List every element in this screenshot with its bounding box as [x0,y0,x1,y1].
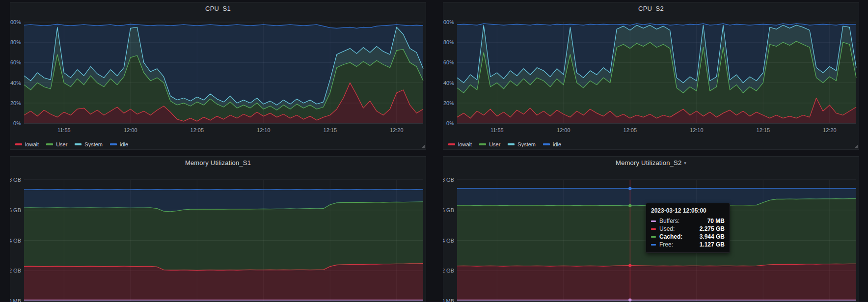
legend-label: User [489,141,500,147]
panel-cpu-s1: CPU_S1 0%20%40%60%80%100%11:5512:0012:05… [10,2,426,150]
tooltip-timestamp: 2023-03-12 12:05:00 [651,207,725,214]
legend-item-system[interactable]: System [508,141,536,147]
tooltip-series-label: Cached: [659,233,682,240]
panel-title[interactable]: CPU_S1 [205,5,231,12]
panel-resize-handle[interactable] [421,145,425,148]
svg-text:11:55: 11:55 [57,127,71,133]
svg-text:12:00: 12:00 [557,127,570,133]
tooltip-series-label: Used: [659,225,675,232]
legend-item-lowait[interactable]: lowait [15,141,39,147]
tooltip-series-value: 2.275 GB [695,225,725,232]
tooltip-series-value: 1.127 GB [695,241,725,248]
chevron-down-icon[interactable]: ▾ [684,161,686,165]
legend-cpu-s1: lowaitUserSystemidle [15,141,128,147]
svg-text:2 GB: 2 GB [10,268,21,274]
svg-text:20%: 20% [10,100,21,106]
panel-header-memory-s2[interactable]: Memory Utilization_S2 ▾ [443,157,859,168]
legend-cpu-s2: lowaitUserSystemidle [448,141,561,147]
panel-title[interactable]: Memory Utilization_S2 [616,159,681,166]
svg-text:40%: 40% [10,80,21,86]
legend-label: idle [120,141,128,147]
tooltip-row-free: Free:1.127 GB [651,241,725,248]
legend-swatch-icon [46,143,53,145]
svg-text:60%: 60% [443,59,454,65]
svg-text:0 MB: 0 MB [10,298,21,302]
tooltip-series-value: 3.944 GB [695,233,725,240]
tooltip-series-label: Free: [659,241,673,248]
legend-label: lowait [458,141,472,147]
hover-marker-used [628,264,631,267]
svg-text:12:10: 12:10 [690,127,704,133]
panel-resize-handle[interactable] [854,145,858,148]
panel-title[interactable]: Memory Utilization_S1 [185,159,251,166]
svg-text:11:55: 11:55 [490,127,504,133]
svg-text:0%: 0% [446,120,454,126]
grafana-dashboard: { "page": {"background": "#111217", "pan… [0,0,868,302]
svg-text:4 GB: 4 GB [443,238,454,244]
svg-text:12:00: 12:00 [124,127,137,133]
panel-memory-s1: Memory Utilization_S1 0 MB2 GB4 GB6 GB8 … [10,156,426,302]
svg-text:12:05: 12:05 [624,127,637,133]
svg-text:40%: 40% [443,80,454,86]
panel-header-memory-s1[interactable]: Memory Utilization_S1 [10,157,426,168]
svg-text:12:15: 12:15 [757,127,770,133]
hover-marker-cached [628,204,631,207]
legend-label: lowait [25,141,39,147]
legend-swatch-icon [75,143,81,145]
legend-label: System [84,141,103,147]
legend-swatch-icon [448,143,455,145]
legend-item-lowait[interactable]: lowait [448,141,472,147]
tooltip-row-used: Used:2.275 GB [651,225,725,233]
svg-text:8 GB: 8 GB [443,177,454,183]
memory-s1-time-series-chart[interactable]: 0 MB2 GB4 GB6 GB8 GB [10,157,426,302]
legend-item-system[interactable]: System [75,141,103,147]
svg-text:12:20: 12:20 [390,127,404,133]
chart-tooltip: 2023-03-12 12:05:00 Buffers:70 MBUsed:2.… [646,203,730,253]
legend-swatch-icon [543,143,550,145]
svg-text:12:10: 12:10 [257,127,271,133]
svg-text:12:15: 12:15 [324,127,337,133]
svg-text:12:20: 12:20 [823,127,837,133]
panel-title[interactable]: CPU_S2 [638,5,664,12]
legend-label: System [517,141,536,147]
svg-text:80%: 80% [10,39,21,45]
tooltip-row-cached: Cached:3.944 GB [651,233,725,241]
legend-label: idle [553,141,561,147]
tooltip-series-swatch-icon [651,236,656,238]
svg-text:6 GB: 6 GB [443,207,454,213]
legend-swatch-icon [15,143,22,145]
hover-marker-buffers [628,299,631,302]
svg-text:4 GB: 4 GB [10,238,21,244]
tooltip-series-swatch-icon [651,228,656,230]
legend-item-user[interactable]: User [479,141,500,147]
svg-text:8 GB: 8 GB [10,177,21,183]
tooltip-series-value: 70 MB [703,218,725,224]
svg-text:0 MB: 0 MB [443,298,454,302]
svg-text:2 GB: 2 GB [443,268,454,274]
panel-header-cpu-s2[interactable]: CPU_S2 [443,2,859,14]
svg-text:20%: 20% [443,100,454,106]
panel-header-cpu-s1[interactable]: CPU_S1 [10,2,426,14]
legend-item-idle[interactable]: idle [543,141,561,147]
tooltip-series-label: Buffers: [659,218,679,224]
legend-label: User [56,141,67,147]
tooltip-row-buffers: Buffers:70 MB [651,217,725,225]
svg-text:60%: 60% [10,59,21,65]
tooltip-series-swatch-icon [651,220,656,222]
tooltip-series-swatch-icon [651,244,656,246]
legend-swatch-icon [110,143,117,145]
legend-swatch-icon [508,143,515,145]
legend-item-idle[interactable]: idle [110,141,128,147]
svg-text:12:05: 12:05 [190,127,204,133]
panel-cpu-s2: CPU_S2 0%20%40%60%80%100%11:5512:0012:05… [443,2,859,150]
cpu-s2-time-series-chart[interactable]: 0%20%40%60%80%100%11:5512:0012:0512:1012… [443,2,859,149]
svg-text:100%: 100% [443,19,454,25]
legend-item-user[interactable]: User [46,141,67,147]
svg-text:0%: 0% [13,120,21,126]
svg-text:6 GB: 6 GB [10,207,21,213]
svg-text:80%: 80% [443,39,454,45]
hover-marker-free [628,187,631,190]
cpu-s1-time-series-chart[interactable]: 0%20%40%60%80%100%11:5512:0012:0512:1012… [10,2,426,149]
svg-text:100%: 100% [10,19,21,25]
legend-swatch-icon [479,143,486,145]
